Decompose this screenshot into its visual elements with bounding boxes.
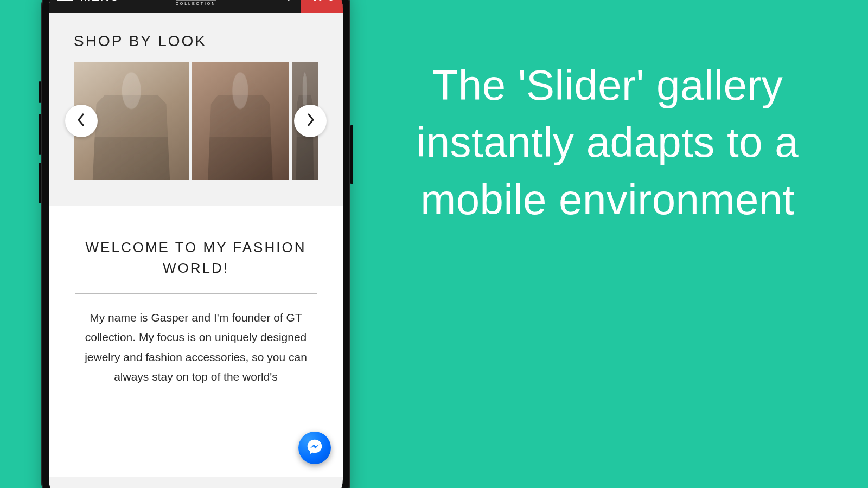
messenger-button[interactable] [298, 432, 331, 464]
section-title: SHOP BY LOOK [74, 33, 318, 50]
svg-point-1 [314, 0, 316, 1]
search-icon [278, 0, 291, 4]
welcome-body: My name is Gasper and I'm founder of GT … [73, 308, 319, 386]
menu-button[interactable] [52, 0, 78, 13]
chevron-right-icon [305, 112, 316, 130]
slider-prev-button[interactable] [65, 105, 98, 137]
phone-side-button [39, 163, 41, 203]
hamburger-icon [57, 0, 73, 3]
menu-label: MENU [80, 0, 120, 4]
phone-mockup: MENU GT COLLECTION 0 SHOP BY LOOK [41, 0, 350, 488]
app-bar: MENU GT COLLECTION 0 [49, 0, 343, 13]
chevron-left-icon [76, 112, 87, 130]
search-button[interactable] [269, 0, 299, 13]
phone-side-button [350, 125, 353, 184]
shop-by-look-section: SHOP BY LOOK [49, 13, 343, 206]
divider [75, 293, 317, 294]
phone-screen: MENU GT COLLECTION 0 SHOP BY LOOK [49, 0, 343, 488]
slide-image[interactable] [192, 62, 289, 180]
marketing-headline: The 'Slider' gallery instantly adapts to… [401, 57, 814, 228]
svg-point-2 [320, 0, 322, 1]
welcome-section: WELCOME TO MY FASHION WORLD! My name is … [49, 206, 343, 477]
cart-icon [309, 0, 323, 4]
brand-sub: COLLECTION [176, 0, 216, 5]
phone-side-button [39, 114, 41, 155]
messenger-icon [306, 438, 323, 458]
slider-next-button[interactable] [294, 105, 327, 137]
cart-count: 0 [328, 0, 334, 3]
phone-side-button [39, 81, 41, 103]
look-slider[interactable] [74, 62, 318, 180]
welcome-title: WELCOME TO MY FASHION WORLD! [73, 237, 319, 278]
cart-button[interactable]: 0 [301, 0, 343, 13]
